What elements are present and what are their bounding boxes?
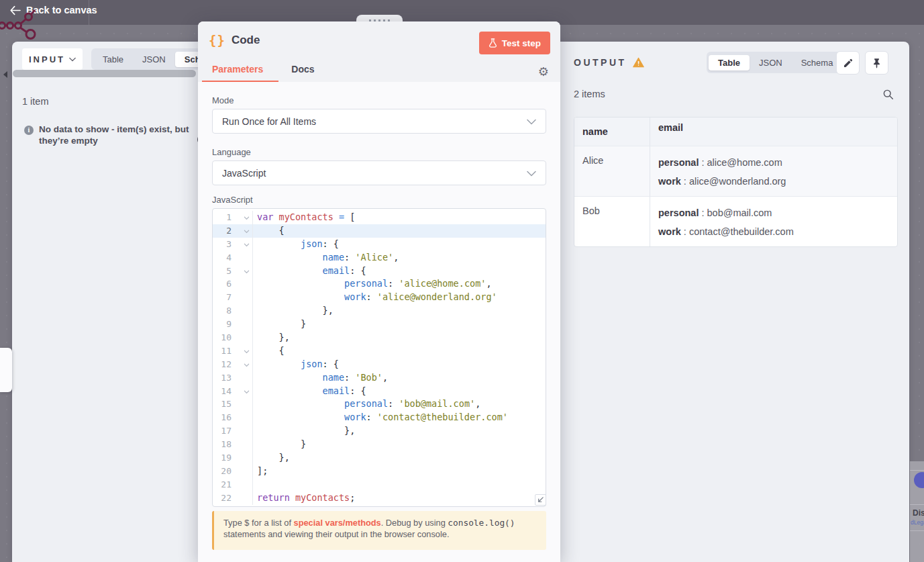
fold-gutter[interactable] <box>232 318 253 331</box>
code-editor[interactable]: 1var myContacts = [2 {3 json: {4 name: '… <box>212 208 546 507</box>
input-empty-message: No data to show - item(s) exist, but the… <box>39 124 189 146</box>
code-line-22[interactable]: 22return myContacts; <box>213 491 546 505</box>
fold-gutter[interactable] <box>232 397 253 411</box>
fold-gutter[interactable] <box>232 265 253 278</box>
code-line-10[interactable]: 10 }, <box>213 331 546 344</box>
line-number: 3 <box>213 238 232 251</box>
editor-label: JavaScript <box>212 195 253 205</box>
fold-chevron-icon <box>244 363 250 368</box>
table-row[interactable]: Bobpersonal : bob@mail.comwork : contact… <box>574 197 897 246</box>
line-number: 22 <box>213 491 232 505</box>
line-number: 18 <box>213 438 232 451</box>
code-line-11[interactable]: 11 { <box>213 344 546 358</box>
fold-gutter[interactable] <box>232 371 253 385</box>
pin-data-button[interactable] <box>865 51 888 75</box>
code-line-4[interactable]: 4 name: 'Alice', <box>213 251 546 265</box>
fold-chevron-icon <box>244 349 250 355</box>
input-tab-table[interactable]: Table <box>93 52 133 67</box>
ndv-overlay: Back to canvas INPUT TableJSONSchema <box>0 0 924 562</box>
fold-gutter[interactable] <box>232 331 253 344</box>
output-table: nameemailAlicepersonal : alice@home.comw… <box>574 117 898 247</box>
fold-gutter[interactable] <box>232 224 253 238</box>
code-text: ]; <box>253 465 268 478</box>
code-text: var myContacts = [ <box>253 211 355 224</box>
fold-gutter[interactable] <box>232 451 253 465</box>
fold-gutter[interactable] <box>232 344 253 358</box>
line-number: 15 <box>213 397 232 411</box>
editor-resize-grip[interactable] <box>535 494 546 506</box>
code-line-20[interactable]: 20]; <box>213 465 546 478</box>
code-line-7[interactable]: 7 work: 'alice@wonderland.org' <box>213 291 546 304</box>
workflow-logo-icon <box>0 5 42 40</box>
code-text: name: 'Bob', <box>253 371 388 385</box>
modal-tab-parameters[interactable]: Parameters <box>212 64 263 82</box>
fold-gutter[interactable] <box>232 238 253 251</box>
code-line-3[interactable]: 3 json: { <box>213 238 546 251</box>
fold-gutter[interactable] <box>232 251 253 265</box>
input-horizontal-scrollbar[interactable] <box>13 70 196 77</box>
code-text: return myContacts; <box>253 491 355 505</box>
code-line-12[interactable]: 12 json: { <box>213 358 546 371</box>
modal-tab-docs[interactable]: Docs <box>291 64 314 82</box>
code-line-15[interactable]: 15 personal: 'bob@mail.com', <box>213 397 546 411</box>
fold-gutter[interactable] <box>232 277 253 291</box>
info-icon: i <box>24 126 34 135</box>
search-icon[interactable] <box>882 89 894 103</box>
fold-gutter[interactable] <box>232 478 253 491</box>
code-text: }, <box>253 424 355 438</box>
output-tab-schema[interactable]: Schema <box>792 55 843 71</box>
language-select[interactable]: JavaScript <box>212 160 546 185</box>
fold-gutter[interactable] <box>232 411 253 424</box>
code-text: } <box>253 438 306 451</box>
left-panel-handle[interactable] <box>0 348 12 392</box>
code-text: json: { <box>253 238 339 251</box>
special-vars-link[interactable]: special vars/methods <box>294 518 381 528</box>
fold-chevron-icon <box>244 389 250 395</box>
fold-gutter[interactable] <box>232 211 253 224</box>
input-tab-json[interactable]: JSON <box>133 52 175 67</box>
code-line-17[interactable]: 17 }, <box>213 424 546 438</box>
warning-icon <box>633 57 644 68</box>
code-line-5[interactable]: 5 email: { <box>213 265 546 278</box>
code-line-9[interactable]: 9 } <box>213 318 546 331</box>
topbar-divider <box>89 0 89 25</box>
fold-gutter[interactable] <box>232 304 253 318</box>
fragment-sublabel: dLega <box>911 519 924 526</box>
code-line-16[interactable]: 16 work: 'contact@thebuilder.com' <box>213 411 546 424</box>
code-line-2[interactable]: 2 { <box>213 224 546 238</box>
column-header-name: name <box>574 118 650 146</box>
code-line-1[interactable]: 1var myContacts = [ <box>213 211 546 224</box>
edit-output-button[interactable] <box>836 51 860 75</box>
node-title: Code <box>232 34 260 47</box>
mode-select[interactable]: Run Once for All Items <box>212 109 546 134</box>
node-settings-gear-icon[interactable]: ⚙ <box>538 66 549 78</box>
code-line-8[interactable]: 8 }, <box>213 304 546 318</box>
column-header-email: email <box>650 118 897 146</box>
output-tab-table[interactable]: Table <box>709 55 750 71</box>
fold-gutter[interactable] <box>232 491 253 505</box>
fold-gutter[interactable] <box>232 291 253 304</box>
code-line-14[interactable]: 14 email: { <box>213 385 546 398</box>
code-text: email: { <box>253 385 366 398</box>
fragment-avatar <box>914 472 924 488</box>
code-line-18[interactable]: 18 } <box>213 438 546 451</box>
scroll-left-arrow-icon[interactable] <box>3 71 7 78</box>
fold-gutter[interactable] <box>232 358 253 371</box>
code-line-13[interactable]: 13 name: 'Bob', <box>213 371 546 385</box>
code-text: email: { <box>253 265 366 278</box>
fold-gutter[interactable] <box>232 465 253 478</box>
fold-gutter[interactable] <box>232 424 253 438</box>
line-number: 16 <box>213 411 232 424</box>
mode-label: Mode <box>212 95 234 105</box>
output-tab-json[interactable]: JSON <box>750 55 792 71</box>
code-node-modal: {} Code Test step ParametersDocs ⚙ Mode … <box>198 21 560 562</box>
fold-gutter[interactable] <box>232 385 253 398</box>
input-source-dropdown[interactable]: INPUT <box>22 48 83 70</box>
code-line-6[interactable]: 6 personal: 'alice@home.com', <box>213 277 546 291</box>
table-row[interactable]: Alicepersonal : alice@home.comwork : ali… <box>574 146 897 197</box>
code-text: json: { <box>253 358 339 371</box>
fold-gutter[interactable] <box>232 438 253 451</box>
code-line-21[interactable]: 21 <box>213 478 546 491</box>
code-line-19[interactable]: 19 }, <box>213 451 546 465</box>
test-step-button[interactable]: Test step <box>479 32 550 54</box>
